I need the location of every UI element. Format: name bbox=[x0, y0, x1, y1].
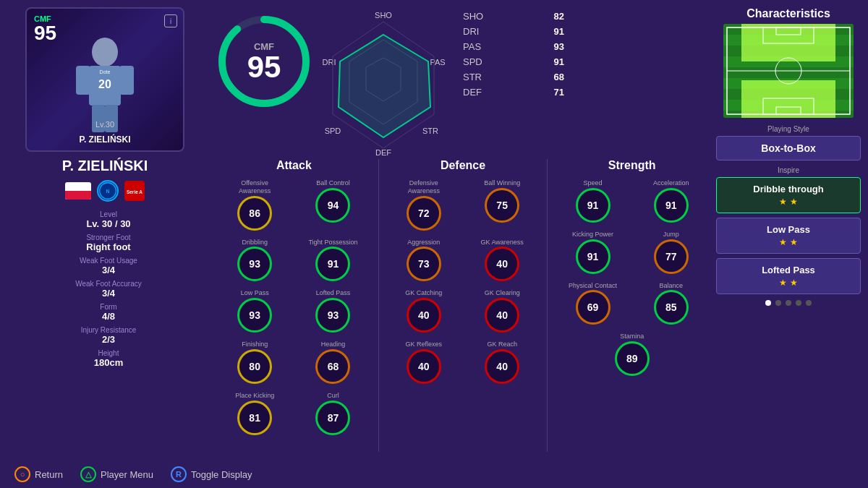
weak-foot-accuracy-value: 3/4 bbox=[14, 288, 203, 299]
club-badge: N bbox=[97, 180, 119, 202]
defence-pair-2: Aggression 73 GK Awareness 40 bbox=[385, 239, 542, 280]
svg-text:N: N bbox=[106, 189, 110, 194]
svg-text:Serie A: Serie A bbox=[127, 189, 142, 194]
strength-pair-3: Physical Contact 69 Balance 85 bbox=[553, 282, 710, 323]
card-rating: 95 bbox=[34, 23, 56, 43]
radar-stat-str: STR 68 bbox=[463, 72, 564, 82]
overall-inner: CMF 95 bbox=[247, 41, 281, 82]
control-toggle-display[interactable]: R Toggle Display bbox=[171, 466, 252, 482]
svg-rect-31 bbox=[741, 24, 835, 61]
defence-pair-3: GK Catching 40 GK Clearing 40 bbox=[385, 289, 542, 330]
level-label: Level bbox=[14, 210, 203, 218]
attack-column: Attack Offensive Awareness 86 Ball Contr… bbox=[210, 159, 379, 452]
attr-aggression: Aggression 73 bbox=[399, 239, 449, 280]
card-player-name-short: P. ZIELIŃSKI bbox=[27, 134, 183, 145]
badges-row: N Serie A bbox=[7, 180, 203, 202]
dot-1 bbox=[765, 300, 771, 306]
inspire-low-pass: Low Pass ★ ★ bbox=[716, 218, 861, 254]
flag-badge bbox=[65, 182, 91, 200]
player-card-section: CMF 95 i 20 Dote Lv.30 P. ZIELIŃSKI P. Z… bbox=[7, 7, 203, 481]
attr-defensive-awareness: Defensive Awareness 72 bbox=[399, 179, 449, 228]
toggle-display-label: Toggle Display bbox=[191, 469, 252, 480]
attack-pair-1: Offensive Awareness 86 Ball Control 94 bbox=[216, 179, 373, 228]
attr-ball-winning: Ball Winning 75 bbox=[477, 179, 527, 228]
inspire-low-pass-stars: ★ ★ bbox=[726, 237, 851, 247]
dots-row bbox=[716, 300, 861, 306]
info-icon[interactable]: i bbox=[164, 14, 177, 27]
svg-rect-3 bbox=[119, 66, 134, 95]
height-label: Height bbox=[14, 349, 203, 357]
player-stats-list: Level Lv. 30 / 30 Stronger Foot Right fo… bbox=[7, 210, 203, 368]
attr-finishing: Finishing 80 bbox=[229, 341, 280, 382]
form-label: Form bbox=[14, 303, 203, 311]
dot-3 bbox=[786, 300, 791, 306]
attr-gk-reflexes: GK Reflexes 40 bbox=[399, 341, 449, 382]
defence-column: Defence Defensive Awareness 72 Ball Winn… bbox=[379, 159, 548, 452]
svg-marker-24 bbox=[339, 35, 430, 137]
defence-pair-4: GK Reflexes 40 GK Reach 40 bbox=[385, 341, 542, 382]
attack-pair-2: Dribbling 93 Tight Possession 91 bbox=[216, 239, 373, 280]
overall-rating-section: CMF 95 bbox=[217, 14, 311, 123]
svg-point-0 bbox=[92, 38, 118, 67]
weak-foot-usage-value: 3/4 bbox=[14, 265, 203, 275]
control-player-menu[interactable]: △ Player Menu bbox=[80, 466, 153, 482]
characteristics-title: Characteristics bbox=[716, 7, 861, 20]
form-value: 4/8 bbox=[14, 311, 203, 322]
radar-stat-def: DEF 71 bbox=[463, 87, 564, 98]
svg-text:SPD: SPD bbox=[325, 127, 341, 135]
radar-stats: SHO 82 DRI 91 PAS 93 SPD 91 STR 68 DEF 7… bbox=[463, 11, 564, 102]
playing-style-label: Playing Style bbox=[716, 125, 861, 133]
attr-jump: Jump 77 bbox=[646, 231, 697, 272]
overall-circle: CMF 95 bbox=[217, 14, 311, 108]
dot-4 bbox=[796, 300, 801, 306]
radar-stat-dri: DRI 91 bbox=[463, 26, 564, 37]
dot-2 bbox=[775, 300, 781, 306]
inspire-low-pass-name: Low Pass bbox=[726, 224, 851, 235]
inspire-dribble-through: Dribble through ★ ★ bbox=[716, 177, 861, 213]
attr-gk-awareness: GK Awareness 40 bbox=[477, 239, 527, 280]
control-return[interactable]: ○ Return bbox=[14, 466, 63, 482]
strength-pair-2: Kicking Power 91 Jump 77 bbox=[553, 231, 710, 272]
attack-pair-5: Place Kicking 81 Curl 87 bbox=[216, 392, 373, 433]
attr-lofted-pass: Lofted Pass 93 bbox=[307, 289, 358, 330]
playing-style-value: Box-to-Box bbox=[716, 136, 861, 160]
attr-gk-catching: GK Catching 40 bbox=[399, 289, 449, 330]
radar-stat-sho: SHO 82 bbox=[463, 11, 564, 22]
attr-place-kicking: Place Kicking 81 bbox=[229, 392, 280, 433]
bottom-controls: ○ Return △ Player Menu R Toggle Display bbox=[14, 466, 252, 482]
attr-offensive-awareness: Offensive Awareness 86 bbox=[229, 179, 280, 228]
inspire-dribble-through-name: Dribble through bbox=[726, 184, 851, 194]
strength-title: Strength bbox=[553, 159, 710, 172]
inspire-lofted-pass-name: Lofted Pass bbox=[726, 265, 851, 275]
attr-tight-possession: Tight Possession 91 bbox=[307, 239, 358, 280]
field-map bbox=[723, 24, 854, 118]
svg-text:SHO: SHO bbox=[375, 11, 392, 20]
attr-kicking-power: Kicking Power 91 bbox=[568, 231, 618, 272]
toggle-display-button-icon: R bbox=[171, 466, 187, 482]
attack-pair-4: Finishing 80 Heading 68 bbox=[216, 341, 373, 382]
injury-value: 2/3 bbox=[14, 334, 203, 345]
attr-speed: Speed 91 bbox=[568, 179, 618, 221]
player-menu-button-icon: △ bbox=[80, 466, 96, 482]
svg-text:PAS: PAS bbox=[430, 58, 445, 67]
inspire-lofted-pass: Lofted Pass ★ ★ bbox=[716, 258, 861, 294]
svg-text:Dote: Dote bbox=[100, 69, 111, 74]
player-card-image: CMF 95 i 20 Dote Lv.30 P. ZIELIŃSKI bbox=[25, 7, 184, 152]
card-level: Lv.30 bbox=[27, 120, 183, 129]
overall-rating: 95 bbox=[247, 52, 281, 82]
inspire-label: Inspire bbox=[716, 166, 861, 174]
injury-label: Injury Resistance bbox=[14, 326, 203, 334]
attr-acceleration: Acceleration 91 bbox=[646, 179, 697, 221]
inspire-lofted-pass-stars: ★ ★ bbox=[726, 278, 851, 288]
return-label: Return bbox=[35, 469, 63, 480]
svg-text:20: 20 bbox=[98, 78, 111, 90]
attr-low-pass: Low Pass 93 bbox=[229, 289, 280, 330]
player-full-name: P. ZIELIŃSKI bbox=[7, 158, 203, 174]
stronger-foot-label: Stronger Foot bbox=[14, 234, 203, 241]
strength-column: Strength Speed 91 Acceleration 91 Kickin… bbox=[548, 159, 716, 452]
weak-foot-usage-label: Weak Foot Usage bbox=[14, 257, 203, 265]
radar-chart-section: SHO PAS STR DEF SPD DRI bbox=[311, 7, 456, 159]
attr-physical-contact: Physical Contact 69 bbox=[568, 282, 618, 323]
weak-foot-accuracy-label: Weak Foot Accuracy bbox=[14, 280, 203, 288]
attr-gk-clearing: GK Clearing 40 bbox=[477, 289, 527, 330]
